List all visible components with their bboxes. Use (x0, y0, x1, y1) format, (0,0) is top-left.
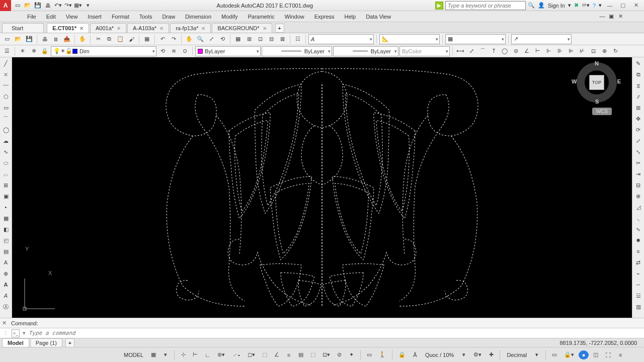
scale-icon[interactable]: ⤢ (633, 136, 643, 146)
workspace-switch-icon[interactable]: ⚙▾ (471, 349, 484, 360)
layer-lock-icon[interactable]: 🔒 (40, 46, 50, 56)
grid-dropdown-icon[interactable]: ▾ (160, 349, 171, 360)
layer-iso-icon[interactable]: ⊙ (180, 46, 190, 56)
viewport-clip-icon[interactable]: ⊠ (277, 34, 287, 44)
close-tab-icon[interactable]: ✕ (117, 26, 121, 31)
doc-tab-1[interactable]: A001a*✕ (90, 23, 126, 33)
doc-restore-icon[interactable]: ▣ (607, 13, 616, 20)
isolate-icon[interactable]: ◫ (591, 349, 601, 360)
arc-icon[interactable]: ⌒ (1, 114, 11, 124)
hw-accel-icon[interactable]: ● (579, 350, 589, 359)
viewport-scale2-icon[interactable]: ⊟ (266, 34, 276, 44)
new-icon[interactable]: ▭ (2, 34, 12, 44)
annotation-scale[interactable]: Quoc / 10% (422, 352, 457, 358)
cmdline-handle-icon[interactable]: ⋮ (3, 330, 9, 336)
spline-icon[interactable]: ∿ (1, 147, 11, 157)
help-dropdown-icon[interactable]: ▾ (599, 2, 602, 9)
revcloud-icon[interactable]: ☁ (1, 136, 11, 146)
menu-dataview[interactable]: Data View (361, 12, 396, 21)
selection-filter-icon[interactable]: ⊘ (335, 349, 345, 360)
matchprop-icon[interactable]: 🖌 (126, 34, 136, 44)
viewport-icon[interactable]: ▦ (233, 34, 243, 44)
explode-icon[interactable]: ✸ (633, 235, 643, 245)
layer-manager-icon[interactable]: ☰ (2, 46, 12, 56)
recent-cmd-dropdown-icon[interactable]: ▾ (23, 330, 26, 336)
viewcube-west[interactable]: W (572, 78, 577, 84)
blockeditor-icon[interactable]: ▦ (142, 34, 152, 44)
region-icon[interactable]: ◰ (1, 235, 11, 245)
plotstyle-combo[interactable]: ByColor (399, 46, 450, 56)
polyline-icon[interactable]: 〰 (1, 80, 11, 90)
array-icon[interactable]: ⊞ (633, 103, 643, 113)
break-icon[interactable]: ⊟ (633, 180, 643, 190)
new-tab-button[interactable]: + (275, 24, 284, 33)
block-icon[interactable]: ▣ (1, 191, 11, 201)
doc-minimize-icon[interactable]: — (598, 13, 607, 20)
ellipsearc-icon[interactable]: ⌓ (1, 169, 11, 179)
close-tab-icon[interactable]: ✕ (201, 26, 205, 31)
doc-tab-4[interactable]: BACKGROUND*✕ (212, 23, 272, 33)
menu-view[interactable]: View (61, 12, 83, 21)
help-icon[interactable]: ? (593, 3, 596, 9)
offset-icon[interactable]: ⫽ (633, 92, 643, 102)
mtext-icon[interactable]: A (1, 257, 11, 267)
layer-state-icon[interactable]: ☀ (18, 46, 28, 56)
dtext-icon[interactable]: A (1, 291, 11, 301)
user-icon[interactable]: 👤 (538, 2, 545, 9)
addselected-icon[interactable]: ⊕ (1, 268, 11, 279)
save-icon[interactable]: 💾 (24, 34, 34, 44)
infer-icon[interactable]: ⊢ (190, 349, 200, 360)
menu-edit[interactable]: Edit (41, 12, 61, 21)
help-search-input[interactable] (445, 1, 526, 10)
open-icon[interactable]: 📂 (23, 1, 32, 10)
viewcube-east[interactable]: E (617, 78, 621, 84)
recent-cmd-icon[interactable]: >_ (12, 329, 20, 337)
pan-realtime-icon[interactable]: ✋ (184, 34, 194, 44)
zoom-realtime-icon[interactable]: 🔍 (195, 34, 205, 44)
doc-tab-3[interactable]: ra-fp13a*✕ (170, 23, 211, 33)
dim-break-icon[interactable]: ⊬ (577, 46, 587, 56)
units-label[interactable]: Decimal (504, 352, 530, 358)
search-go-icon[interactable]: ▶ (435, 2, 443, 10)
dim-space-icon[interactable]: ⊫ (566, 46, 576, 56)
gradient-icon[interactable]: ◧ (1, 224, 11, 234)
ortho-icon[interactable]: ∟ (202, 349, 213, 360)
lock-ui-icon[interactable]: 🔒▾ (561, 349, 577, 360)
close-cmdline-icon[interactable]: ✕ (2, 320, 7, 326)
paste-icon[interactable]: 📋 (115, 34, 125, 44)
dim-angular-icon[interactable]: ∠ (522, 46, 532, 56)
minimize-button[interactable]: — (605, 1, 615, 10)
doc-close-icon[interactable]: ✕ (616, 13, 625, 20)
exchange-icon[interactable]: ✖ (574, 2, 579, 9)
dim-linear-icon[interactable]: ⟷ (455, 46, 465, 56)
close-button[interactable]: ✕ (631, 1, 641, 10)
dim-arc-icon[interactable]: ⌒ (477, 46, 488, 56)
dim-diameter-icon[interactable]: ⊘ (511, 46, 521, 56)
search-icon[interactable]: 🔍 (528, 2, 535, 9)
view-cube[interactable]: TOP N S E W (577, 62, 617, 103)
rotate-icon[interactable]: ⟳ (633, 125, 643, 135)
zoom-window-icon[interactable]: ⤢ (206, 34, 216, 44)
quickprops-icon[interactable]: ▭ (549, 349, 559, 360)
add-layout-button[interactable]: + (65, 338, 74, 347)
doc-tab-2[interactable]: A-A103a*✕ (127, 23, 169, 33)
qp-icon[interactable]: ▭ (364, 349, 374, 360)
hatch-icon[interactable]: ▦ (1, 213, 11, 223)
extend-icon[interactable]: ⇥ (633, 169, 643, 179)
erase-icon[interactable]: ✎ (633, 58, 643, 68)
dim-ordinate-icon[interactable]: ⤒ (489, 46, 499, 56)
viewport2-icon[interactable]: ⊞ (244, 34, 254, 44)
dimstyle-combo[interactable]: 📐 (379, 34, 440, 44)
viewport-scale-icon[interactable]: ⊡ (255, 34, 265, 44)
undo-icon[interactable]: ↶ (157, 34, 168, 44)
scale-dropdown-icon[interactable]: ▾ (459, 349, 469, 360)
a360-icon[interactable]: ♾▾ (582, 2, 590, 9)
move-icon[interactable]: ✥ (633, 114, 643, 124)
copy-obj-icon[interactable]: ⧉ (633, 69, 643, 79)
close-tab-icon[interactable]: ✕ (79, 26, 84, 31)
reverse-icon[interactable]: ⇄ (633, 257, 643, 267)
ellipse-icon[interactable]: ⬭ (1, 158, 11, 168)
units-dropdown-icon[interactable]: ▾ (532, 349, 542, 360)
menu-help[interactable]: Help (340, 12, 361, 21)
close-tab-icon[interactable]: ✕ (159, 26, 164, 31)
